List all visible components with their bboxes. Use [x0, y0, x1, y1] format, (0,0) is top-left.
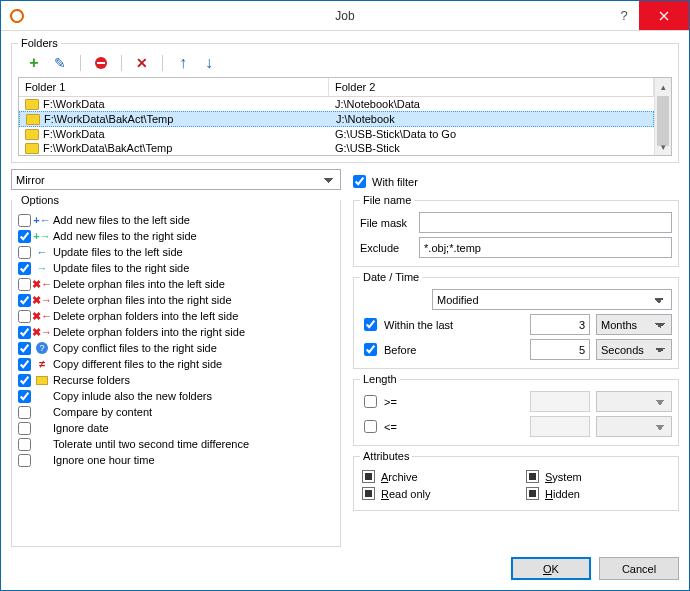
option-label: Add new files to the right side: [53, 230, 197, 242]
question-icon: ?: [35, 341, 49, 355]
table-header: Folder 1 Folder 2: [19, 78, 654, 97]
with-filter-checkbox[interactable]: [353, 175, 366, 188]
option-checkbox[interactable]: [18, 374, 31, 387]
options-legend: Options: [18, 194, 62, 206]
option-label: Update files to the left side: [53, 246, 183, 258]
gte-checkbox[interactable]: [364, 395, 377, 408]
filemask-input[interactable]: [419, 212, 672, 233]
arrow-right-icon: +→: [35, 229, 49, 243]
folder2-path: J:\Notebook\Data: [329, 97, 654, 111]
not-equal-icon: ≠: [35, 357, 49, 371]
option-label: Recurse folders: [53, 374, 130, 386]
toolbar-separator: [121, 55, 122, 71]
option-checkbox[interactable]: [18, 454, 31, 467]
scroll-up[interactable]: ▴: [655, 78, 671, 95]
system-label: System: [545, 471, 582, 483]
delete-icon: ✖←: [35, 277, 49, 291]
spacer: [35, 405, 49, 419]
option-row: Ignore date: [18, 420, 334, 436]
table-row[interactable]: F:\WorkDataJ:\Notebook\Data: [19, 97, 654, 111]
option-row: +→Add new files to the right side: [18, 228, 334, 244]
column-folder1[interactable]: Folder 1: [19, 78, 329, 96]
scrollbar[interactable]: ▴ ▾: [654, 78, 671, 155]
edit-folder-button[interactable]: ✎: [52, 55, 68, 71]
dialog-footer: OK Cancel: [11, 553, 679, 580]
option-label: Delete orphan files into the right side: [53, 294, 232, 306]
within-value-input[interactable]: [530, 314, 590, 335]
option-checkbox[interactable]: [18, 294, 31, 307]
option-row: Ignore one hour time: [18, 452, 334, 468]
hidden-checkbox[interactable]: [526, 487, 539, 500]
option-checkbox[interactable]: [18, 342, 31, 355]
option-checkbox[interactable]: [18, 326, 31, 339]
option-row: Recurse folders: [18, 372, 334, 388]
exclude-label: Exclude: [360, 242, 413, 254]
within-unit-select[interactable]: Months: [596, 314, 672, 335]
option-checkbox[interactable]: [18, 262, 31, 275]
table-row[interactable]: F:\WorkData\BakAct\TempG:\USB-Stick: [19, 141, 654, 155]
before-checkbox[interactable]: [364, 343, 377, 356]
system-checkbox[interactable]: [526, 470, 539, 483]
spacer: [35, 389, 49, 403]
attributes-group: Attributes Archive System Read only Hidd…: [353, 450, 679, 511]
lte-checkbox[interactable]: [364, 420, 377, 433]
mode-select[interactable]: Mirror: [11, 169, 341, 190]
delete-icon: ✕: [136, 55, 148, 71]
add-folder-button[interactable]: +: [26, 55, 42, 71]
stop-button[interactable]: [93, 55, 109, 71]
option-checkbox[interactable]: [18, 246, 31, 259]
option-label: Tolerate until two second time differenc…: [53, 438, 249, 450]
option-row: →Update files to the right side: [18, 260, 334, 276]
close-button[interactable]: [639, 1, 689, 30]
option-checkbox[interactable]: [18, 310, 31, 323]
folder2-path: G:\USB-Stick\Data to Go: [329, 127, 654, 141]
stop-icon: [95, 57, 107, 69]
spacer: [35, 453, 49, 467]
table-row[interactable]: F:\WorkDataG:\USB-Stick\Data to Go: [19, 127, 654, 141]
option-checkbox[interactable]: [18, 406, 31, 419]
archive-checkbox[interactable]: [362, 470, 375, 483]
before-unit-select[interactable]: Seconds: [596, 339, 672, 360]
option-checkbox[interactable]: [18, 438, 31, 451]
move-down-button[interactable]: ↓: [201, 55, 217, 71]
folder1-path: F:\WorkData\BakAct\Temp: [43, 142, 172, 154]
ok-button[interactable]: OK: [511, 557, 591, 580]
folders-toolbar: + ✎ ✕ ↑ ↓: [18, 53, 672, 77]
toolbar-separator: [162, 55, 163, 71]
titlebar: Job ?: [1, 1, 689, 31]
folder2-path: G:\USB-Stick: [329, 141, 654, 155]
exclude-input[interactable]: [419, 237, 672, 258]
help-button[interactable]: ?: [609, 1, 639, 30]
option-label: Ignore one hour time: [53, 454, 155, 466]
column-folder2[interactable]: Folder 2: [329, 78, 654, 96]
option-checkbox[interactable]: [18, 214, 31, 227]
cancel-button[interactable]: Cancel: [599, 557, 679, 580]
folder-icon: [25, 129, 39, 140]
arrow-left-icon: ←: [35, 245, 49, 259]
move-up-button[interactable]: ↑: [175, 55, 191, 71]
option-checkbox[interactable]: [18, 230, 31, 243]
options-group: Options +←Add new files to the left side…: [11, 194, 341, 547]
option-row: +←Add new files to the left side: [18, 212, 334, 228]
arrow-down-icon: ↓: [205, 54, 213, 72]
option-checkbox[interactable]: [18, 422, 31, 435]
before-value-input[interactable]: [530, 339, 590, 360]
table-row[interactable]: F:\WorkData\BakAct\TempJ:\Notebook: [19, 111, 654, 127]
plus-icon: +: [29, 54, 38, 72]
option-label: Update files to the right side: [53, 262, 189, 274]
readonly-checkbox[interactable]: [362, 487, 375, 500]
within-checkbox[interactable]: [364, 318, 377, 331]
delete-icon: ✖→: [35, 293, 49, 307]
option-checkbox[interactable]: [18, 390, 31, 403]
scroll-down[interactable]: ▾: [655, 138, 671, 155]
datetime-group: Date / Time Modified Within the last Mon…: [353, 271, 679, 369]
readonly-label: Read only: [381, 488, 431, 500]
datetime-legend: Date / Time: [360, 271, 422, 283]
within-label: Within the last: [384, 319, 453, 331]
option-checkbox[interactable]: [18, 278, 31, 291]
option-checkbox[interactable]: [18, 358, 31, 371]
option-row: ✖→Delete orphan folders into the right s…: [18, 324, 334, 340]
delete-icon: ✖→: [35, 325, 49, 339]
delete-folder-button[interactable]: ✕: [134, 55, 150, 71]
datetime-mode-select[interactable]: Modified: [432, 289, 672, 310]
